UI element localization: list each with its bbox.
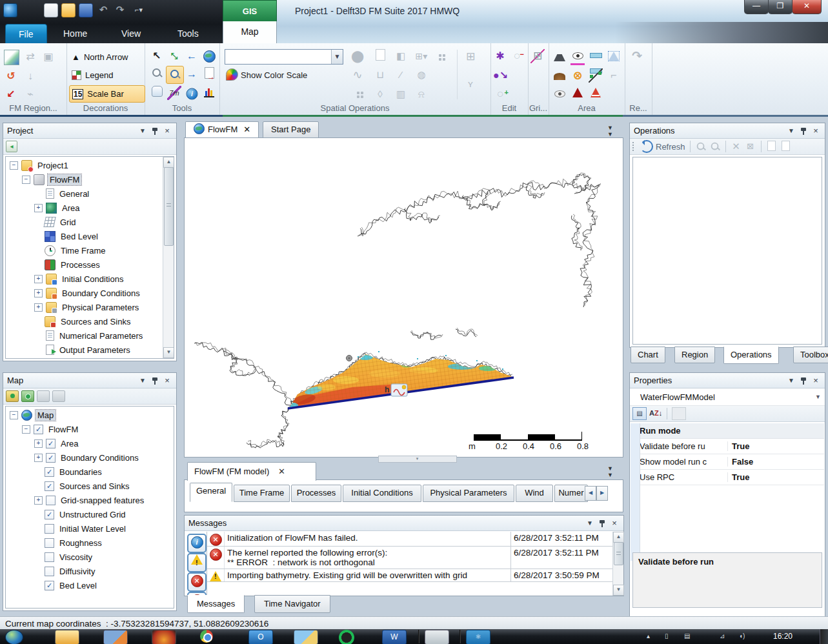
polyline-op-icon[interactable]: ∿ [350,68,365,82]
picker-op-icon[interactable]: ⁄ [394,68,408,82]
project-item-processes[interactable]: Processes [6,257,174,272]
bottom-tab-messages[interactable]: Messages [187,595,245,613]
menu-arrow-icon[interactable]: ▼ [585,518,595,528]
menu-tab-file[interactable]: File [5,24,47,44]
project-tree-scrollbar[interactable]: ▲ ▼ [163,157,174,358]
undo-icon[interactable]: ↶ [97,3,110,16]
tree-expander-icon[interactable]: + [34,454,43,462]
fm-boundary-icon[interactable] [4,50,19,65]
property-value[interactable]: False [728,457,824,467]
taskbar-matlab-icon[interactable] [152,630,176,644]
tree-expander-icon[interactable]: + [34,496,43,505]
select-cursor-icon[interactable]: ↖ [150,49,164,63]
refresh-button[interactable]: Refresh [656,142,685,152]
layer-checkbox[interactable] [46,496,56,505]
scroll-down-icon[interactable]: ▼ [163,347,174,358]
map-item-viscosity[interactable]: Viscosity [6,550,174,564]
chevron-down-icon[interactable]: ▼ [815,394,821,400]
model-tab-numer[interactable]: Numer [554,485,588,502]
export-op-doc-icon[interactable] [780,141,792,152]
scroll-down-icon[interactable]: ▼ [613,585,624,596]
tray-expand-icon[interactable]: ▴ [647,632,650,639]
tray-clipboard-icon[interactable]: ▤ [684,632,690,639]
project-item-sources-and-sinks[interactable]: Sources and Sinks [6,314,174,328]
measure-icon[interactable]: 7m [167,86,181,100]
pin-icon[interactable] [597,518,607,528]
property-row[interactable]: Use RPCTrue [631,470,824,485]
restore-button[interactable]: ❐ [768,0,793,14]
map-item-boundary-conditions[interactable]: +✓Boundary Conditions [6,450,174,465]
points-op-icon[interactable] [353,88,367,103]
model-tab-general[interactable]: General [190,483,232,502]
tree-expander-icon[interactable]: + [34,275,43,283]
add-node-icon[interactable]: ✱ [493,49,507,63]
taskbar-explorer-icon[interactable] [55,630,79,644]
project-item-area[interactable]: +Area [6,201,174,215]
map-item-roughness[interactable]: Roughness [6,536,174,550]
side-tab-toolbox[interactable]: Toolbox [793,347,828,363]
map-item-unstructured-grid[interactable]: ✓Unstructured Grid [6,507,174,521]
new-file-icon[interactable] [44,3,58,17]
document-tab-flowfm[interactable]: FlowFM✕ [185,121,259,139]
globe-edit-icon[interactable] [202,50,216,65]
back-icon[interactable]: ← [185,49,199,63]
layer-checkbox[interactable]: ✓ [45,510,54,519]
collapse-all-icon[interactable]: ◂ [6,141,17,152]
start-button-icon[interactable] [5,630,23,644]
export-map-icon[interactable]: → [202,67,216,81]
observation-point-icon[interactable] [571,49,585,63]
map-item-diffusivity[interactable]: Diffusivity [6,564,174,578]
redo-icon[interactable]: ↷ [114,3,126,16]
tree-expander-icon[interactable]: + [34,303,43,312]
marker-op-icon[interactable]: ⍾ [414,87,429,101]
color-scale-icon[interactable] [226,68,238,81]
crop-op-icon[interactable]: ⊔ [373,68,387,82]
add-wms-layer-icon[interactable] [21,390,34,402]
layer-checkbox[interactable] [45,538,54,548]
zoom-out-op-icon[interactable] [709,141,721,152]
model-tab-time-frame[interactable]: Time Frame [234,485,290,502]
tree-expander-icon[interactable]: − [10,411,18,419]
thin-dams-icon[interactable] [589,49,603,63]
horizontal-mini-scrollbar[interactable]: ▾ ······································… [378,456,457,463]
project-item-output-parameters[interactable]: Output Parameters [6,343,174,357]
close-icon[interactable]: ✕ [243,125,250,134]
tab-list-chevron-icon[interactable]: ▼▼ [607,125,612,137]
project-item-flowfm[interactable]: −FlowFM [6,172,174,186]
export-layer-icon[interactable] [52,390,65,402]
menu-arrow-icon[interactable]: ▼ [786,376,796,385]
project-item-bed-level[interactable]: Bed Level [6,229,174,243]
project-item-project1[interactable]: −Project1 [6,158,174,172]
project-item-time-frame[interactable]: Time Frame [6,243,174,257]
layer-checkbox[interactable]: ✓ [45,581,54,590]
save-icon[interactable] [79,3,93,17]
grid-profile-icon[interactable]: ⊞ [530,49,545,63]
map-item-bed-level[interactable]: ✓Bed Level [6,578,174,592]
operations-content[interactable] [632,157,822,345]
layer-checkbox[interactable]: ✓ [34,425,43,434]
menu-tab-view[interactable]: View [108,24,154,43]
filter-warning-button[interactable] [187,553,207,572]
redo-region-icon[interactable]: ↷ [630,49,644,63]
taskbar-spotify-icon[interactable] [339,630,354,644]
side-tab-region[interactable]: Region [674,347,715,363]
tree-expander-icon[interactable]: − [22,425,30,434]
tree-expander-icon[interactable]: + [34,289,43,297]
close-icon[interactable]: × [811,376,821,385]
query-icon[interactable] [150,67,164,81]
decoration-scale-bar-button[interactable]: 15Scale Bar [69,85,145,103]
property-pages-icon[interactable] [672,407,686,420]
pin-icon[interactable] [150,376,160,385]
close-icon[interactable]: × [162,126,172,136]
smooth-op-icon[interactable]: ◍ [414,68,429,82]
open-file-icon[interactable] [61,3,76,17]
tray-network-icon[interactable]: ⊿ [720,632,725,639]
menu-arrow-icon[interactable]: ▼ [786,126,796,136]
tray-document-icon[interactable]: ▯ [665,632,669,639]
map-item-initial-water-level[interactable]: Initial Water Level [6,521,174,536]
polygon-op-icon[interactable]: ⬤ [350,49,365,63]
model-tab-physical-parameters[interactable]: Physical Parameters [423,485,514,502]
land-boundary-icon[interactable] [552,70,567,84]
close-icon[interactable]: ✕ [278,467,285,476]
categorized-icon[interactable]: ▤ [632,407,647,420]
